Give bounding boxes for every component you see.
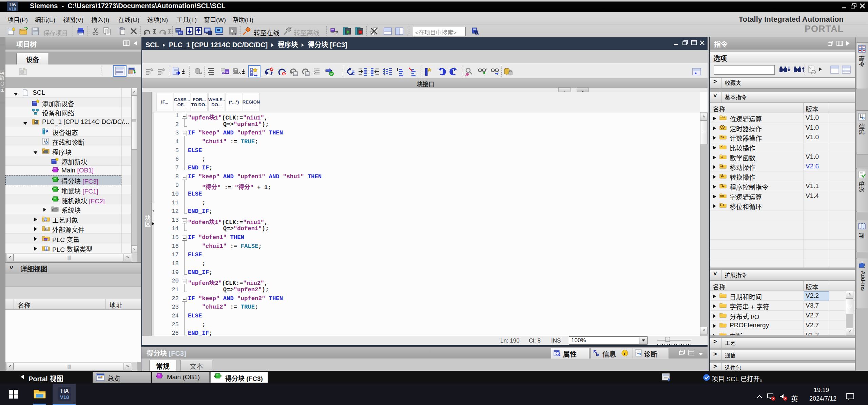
svg-text:V: V (809, 67, 811, 70)
svg-text:i: i (624, 351, 625, 356)
svg-text:01: 01 (45, 228, 48, 230)
svg-text:01: 01 (179, 32, 182, 35)
svg-text:<: < (721, 145, 723, 148)
svg-text:RT: RT (232, 32, 236, 36)
svg-text:DB: DB (720, 194, 724, 197)
svg-text:i: i (596, 351, 597, 357)
svg-text:?: ? (335, 30, 338, 35)
svg-text:+1: +1 (720, 135, 724, 139)
svg-text:±: ± (721, 154, 723, 158)
svg-text:01: 01 (226, 71, 228, 73)
